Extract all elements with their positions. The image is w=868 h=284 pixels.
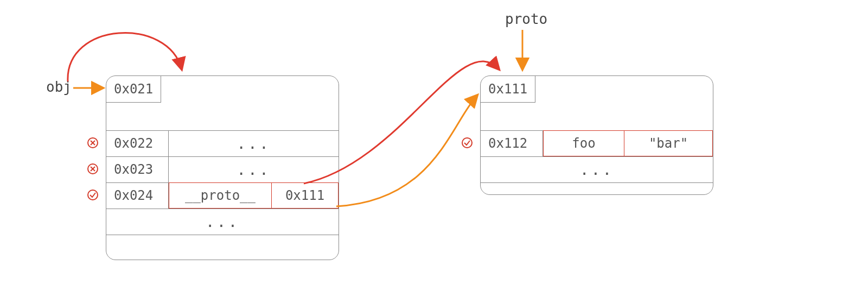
obj-row3-key: __proto__ bbox=[169, 182, 272, 209]
proto-header-addr: 0x111 bbox=[481, 76, 535, 103]
match-icon bbox=[87, 189, 99, 201]
obj-row1-addr: 0x022 bbox=[106, 130, 169, 156]
obj-row1-val: ... bbox=[169, 130, 339, 156]
obj-row2-addr: 0x023 bbox=[106, 156, 169, 182]
obj-label: obj bbox=[46, 79, 72, 95]
obj-row2-val: ... bbox=[169, 156, 339, 182]
proto-ellipsis: ... bbox=[481, 156, 713, 182]
proto-link-arrow-orange bbox=[336, 95, 477, 206]
obj-ellipsis: ... bbox=[106, 209, 339, 235]
obj-row3-addr: 0x024 bbox=[106, 182, 169, 209]
no-match-icon bbox=[87, 137, 99, 149]
proto-label: proto bbox=[505, 11, 547, 27]
obj-row3-val: 0x111 bbox=[272, 182, 339, 209]
obj-header-addr: 0x021 bbox=[106, 76, 161, 103]
proto-row1-key: foo bbox=[543, 130, 624, 156]
svg-point-2 bbox=[88, 190, 98, 200]
svg-point-3 bbox=[462, 138, 472, 148]
proto-memory-box: 0x111 0x112 foo "bar" ... bbox=[480, 75, 713, 195]
proto-row1-addr: 0x112 bbox=[481, 130, 543, 156]
proto-row1-val: "bar" bbox=[624, 130, 713, 156]
no-match-icon bbox=[87, 163, 99, 175]
obj-loop-arrow bbox=[68, 33, 182, 81]
match-icon bbox=[461, 137, 473, 149]
svg-point-0 bbox=[88, 138, 98, 148]
obj-memory-box: 0x021 0x022 ... 0x023 ... 0x024 __proto_… bbox=[106, 75, 339, 260]
svg-point-1 bbox=[88, 164, 98, 174]
